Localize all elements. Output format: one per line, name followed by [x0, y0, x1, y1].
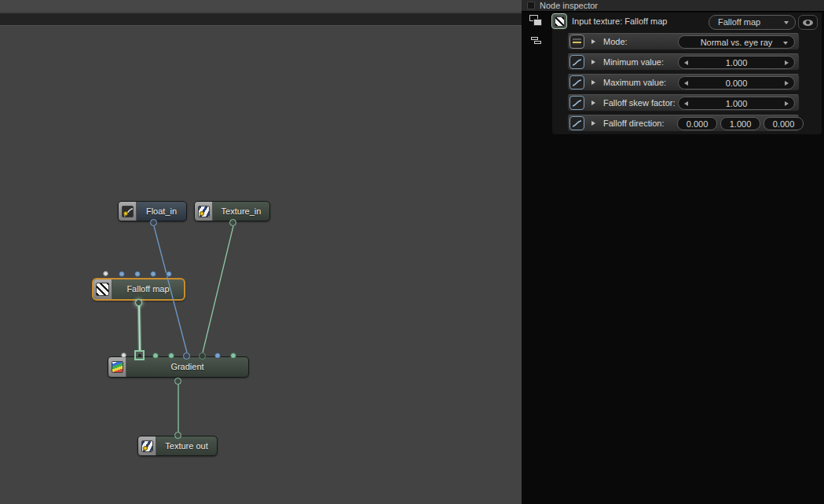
- maximum-value-stepper[interactable]: 0.000: [678, 76, 795, 89]
- inspector-tab-title: Node inspector: [540, 1, 598, 10]
- row-label: Maximum value:: [603, 78, 666, 87]
- port-gradient-top-green[interactable]: [168, 352, 174, 359]
- node-label: Float_in: [137, 202, 186, 221]
- falloff-texture-icon: [551, 13, 567, 29]
- forms-list-icon[interactable]: [531, 37, 541, 45]
- row-label: Falloff direction:: [603, 119, 664, 128]
- inspector-tab-bar: Node inspector: [522, 0, 824, 12]
- hatch-texture-icon: [93, 279, 112, 299]
- port-gradient-output[interactable]: [174, 378, 181, 385]
- texture-icon: [138, 436, 156, 455]
- eye-icon: [803, 20, 813, 26]
- port-gradient-top-white[interactable]: [121, 352, 126, 358]
- port-falloff-top-blue[interactable]: [150, 271, 156, 277]
- port-falloff-top-blue[interactable]: [119, 271, 125, 277]
- row-label: Minimum value:: [603, 57, 664, 67]
- node-label: Texture_in: [213, 202, 269, 221]
- stepper-increment-icon[interactable]: [785, 81, 789, 86]
- expand-arrow-icon[interactable]: [591, 60, 595, 64]
- inspector-row-minimum-value: Minimum value: 1.000: [567, 53, 800, 71]
- texture-icon: [195, 202, 213, 221]
- expand-arrow-icon[interactable]: [591, 80, 595, 85]
- app-window: Float_in Texture_in Falloff map Gradient: [0, 0, 824, 504]
- stepper-increment-icon[interactable]: [785, 60, 789, 65]
- texture-preset-dropdown[interactable]: Falloff map: [709, 15, 796, 30]
- stepper-value[interactable]: 1.000: [726, 99, 748, 108]
- inspector-pin-checkbox[interactable]: [527, 2, 535, 9]
- node-gradient[interactable]: Gradient: [108, 356, 249, 378]
- direction-x-field[interactable]: 0.000: [677, 117, 717, 130]
- stepper-increment-icon[interactable]: [785, 101, 789, 106]
- connection-wires: [0, 0, 522, 504]
- port-gradient-top-green[interactable]: [230, 352, 236, 359]
- port-gradient-input-texture[interactable]: [199, 352, 206, 360]
- envelope-curve-icon[interactable]: [569, 96, 584, 110]
- port-gradient-top-green[interactable]: [152, 352, 159, 359]
- viewport-top-bar: [0, 0, 522, 13]
- port-float-in-output[interactable]: [150, 219, 157, 226]
- inspector-row-mode: Mode: Normal vs. eye ray: [567, 33, 800, 50]
- stepper-value[interactable]: 0.000: [726, 79, 748, 88]
- port-falloff-output[interactable]: [135, 299, 142, 306]
- inspector-header-title: Input texture: Falloff map: [572, 16, 667, 26]
- stepper-decrement-icon[interactable]: [684, 101, 688, 106]
- inspector-row-falloff-skew-factor: Falloff skew factor: 1.000: [567, 94, 800, 111]
- port-gradient-top-blue[interactable]: [214, 352, 221, 359]
- stepper-value[interactable]: 1.000: [726, 58, 748, 68]
- port-falloff-top-blue[interactable]: [134, 271, 141, 277]
- schematic-viewport[interactable]: Float_in Texture_in Falloff map Gradient: [0, 0, 522, 504]
- channel-curve-icon: [119, 202, 137, 221]
- gradient-icon: [108, 357, 126, 377]
- envelope-curve-icon[interactable]: [569, 75, 584, 89]
- enum-icon[interactable]: [569, 35, 584, 49]
- presets-stack-icon[interactable]: [529, 15, 543, 27]
- node-inspector-panel: Node inspector Input texture: Falloff ma…: [522, 0, 824, 504]
- port-falloff-top-white[interactable]: [103, 271, 108, 276]
- port-texture-in-output[interactable]: [229, 219, 236, 226]
- inspector-row-falloff-direction: Falloff direction: 0.000 1.000 0.000: [567, 115, 800, 132]
- row-label: Falloff skew factor:: [603, 98, 676, 108]
- port-falloff-top-blue[interactable]: [166, 271, 172, 277]
- row-label: Mode:: [603, 37, 628, 46]
- direction-y-field[interactable]: 1.000: [720, 117, 760, 130]
- node-falloff-map[interactable]: Falloff map: [92, 278, 185, 301]
- visibility-toggle-button[interactable]: [798, 15, 818, 30]
- node-label: Falloff map: [112, 279, 184, 299]
- falloff-skew-stepper[interactable]: 1.000: [678, 97, 795, 110]
- viewport-header-strip: [0, 13, 522, 26]
- chevron-down-icon: [783, 42, 788, 45]
- chevron-down-icon: [784, 21, 789, 24]
- envelope-curve-icon[interactable]: [569, 55, 584, 69]
- node-label: Texture out: [156, 436, 217, 455]
- port-gradient-input-float[interactable]: [183, 352, 190, 360]
- expand-arrow-icon[interactable]: [591, 39, 595, 44]
- stepper-decrement-icon[interactable]: [684, 81, 688, 86]
- mode-dropdown[interactable]: Normal vs. eye ray: [678, 35, 795, 49]
- port-texture-out-input[interactable]: [174, 432, 181, 439]
- minimum-value-stepper[interactable]: 1.000: [678, 56, 795, 69]
- expand-arrow-icon[interactable]: [591, 100, 595, 105]
- port-gradient-input-connected[interactable]: [134, 350, 145, 360]
- direction-z-field[interactable]: 0.000: [764, 117, 804, 130]
- expand-arrow-icon[interactable]: [591, 121, 595, 126]
- node-label: Gradient: [126, 357, 248, 377]
- dropdown-value: Falloff map: [718, 17, 760, 27]
- dropdown-value: Normal vs. eye ray: [701, 38, 773, 47]
- inspector-row-maximum-value: Maximum value: 0.000: [567, 74, 800, 91]
- stepper-decrement-icon[interactable]: [684, 60, 688, 65]
- envelope-curve-icon[interactable]: [569, 116, 584, 130]
